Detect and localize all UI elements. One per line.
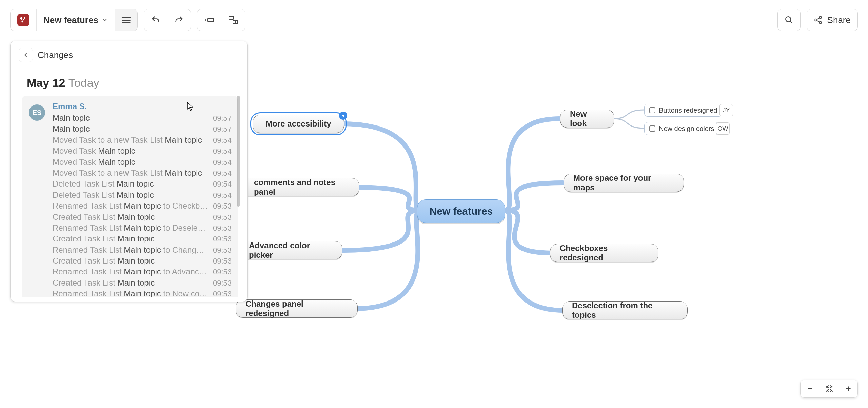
- change-time: 09:54: [213, 190, 232, 200]
- date-heading: May 12 Today: [27, 76, 241, 90]
- change-row[interactable]: Main topic09:57: [53, 113, 232, 123]
- change-text: Main topic: [53, 123, 90, 134]
- assignee-badge[interactable]: JY: [719, 104, 733, 116]
- assignee-badge[interactable]: OW: [716, 122, 730, 135]
- change-row[interactable]: Renamed Task List Main topic to New comm…: [53, 288, 232, 297]
- change-time: 09:53: [213, 212, 232, 222]
- node-label: comments and notes panel: [254, 178, 350, 197]
- back-button[interactable]: [19, 48, 33, 62]
- fit-view-button[interactable]: [820, 380, 839, 397]
- change-row[interactable]: Renamed Task List Main topic to Changes …: [53, 245, 232, 255]
- change-text: Main topic: [53, 113, 90, 123]
- search-group: [777, 9, 801, 31]
- change-row[interactable]: Renamed Task List Main topic to Deselect…: [53, 222, 232, 233]
- author-name: Emma S.: [53, 102, 232, 111]
- change-time: 09:54: [213, 146, 232, 156]
- change-time: 09:54: [213, 179, 232, 189]
- mindmap-node-deselection[interactable]: Deselection from the topics: [562, 301, 688, 319]
- mindmap-node-comments-notes[interactable]: comments and notes panel: [244, 178, 359, 196]
- svg-point-8: [815, 19, 817, 21]
- zoom-in-button[interactable]: [839, 380, 857, 397]
- change-row[interactable]: Moved Task to a new Task List Main topic…: [53, 135, 232, 145]
- change-time: 09:53: [213, 289, 232, 297]
- document-title: New features: [43, 15, 98, 25]
- panel-title: Changes: [38, 50, 73, 60]
- change-time: 09:53: [213, 234, 232, 244]
- change-time: 09:57: [213, 124, 232, 134]
- svg-rect-5: [229, 16, 234, 19]
- toolbar: New features: [0, 0, 868, 34]
- app-logo-button[interactable]: [11, 9, 36, 31]
- change-row[interactable]: Created Task List Main topic09:53: [53, 212, 232, 222]
- change-text: Renamed Task List Main topic to Changes …: [53, 245, 209, 255]
- subnode-label: New design colors: [659, 125, 714, 133]
- mindmap-node-checkboxes[interactable]: Checkboxes redesigned: [550, 244, 658, 262]
- change-row[interactable]: Created Task List Main topic09:53: [53, 255, 232, 266]
- history-controls: [144, 9, 191, 31]
- node-label: More accesibility: [265, 119, 331, 129]
- change-text: Moved Task Main topic: [53, 157, 135, 168]
- fit-icon: [825, 385, 833, 393]
- zoom-out-button[interactable]: [801, 380, 820, 397]
- menu-button[interactable]: [115, 9, 137, 31]
- mindmap-node-color-picker[interactable]: Advanced color picker: [239, 241, 342, 259]
- change-row[interactable]: Deleted Task List Main topic09:54: [53, 190, 232, 200]
- collapse-handle-icon[interactable]: ▾: [339, 112, 347, 120]
- change-text: Renamed Task List Main topic to Deselect…: [53, 222, 209, 233]
- undo-icon: [151, 15, 160, 25]
- change-row[interactable]: Moved Task Main topic09:54: [53, 145, 232, 156]
- mindmap-node-more-accessibility[interactable]: More accesibility ▾: [253, 115, 344, 133]
- change-row[interactable]: Main topic09:57: [53, 123, 232, 134]
- change-row[interactable]: Created Task List Main topic09:53: [53, 277, 232, 288]
- node-label: New features: [430, 206, 493, 217]
- subnode-label: Buttons redesigned: [659, 106, 717, 114]
- add-child-button[interactable]: [221, 9, 245, 31]
- mindmap-subnode-buttons[interactable]: Buttons redesigned: [644, 104, 722, 117]
- checkbox-icon[interactable]: [649, 107, 655, 113]
- share-button[interactable]: Share: [807, 9, 857, 31]
- changes-panel: Changes May 12 Today ES Emma S. Main top…: [10, 41, 248, 302]
- changes-scroll-area[interactable]: ES Emma S. Main topic09:57Main topic09:5…: [19, 96, 241, 297]
- change-row[interactable]: Renamed Task List Main topic to Checkbox…: [53, 200, 232, 211]
- add-child-icon: [228, 16, 238, 24]
- change-text: Created Task List Main topic: [53, 277, 155, 288]
- change-time: 09:53: [213, 278, 232, 288]
- mindmap-node-new-look[interactable]: New look: [560, 110, 614, 128]
- change-time: 09:57: [213, 113, 232, 123]
- document-title-dropdown[interactable]: New features: [36, 9, 115, 31]
- add-sibling-button[interactable]: [197, 9, 221, 31]
- change-text: Moved Task to a new Task List Main topic: [53, 135, 202, 145]
- change-text: Deleted Task List Main topic: [53, 190, 154, 200]
- panel-header: Changes: [19, 48, 241, 67]
- redo-button[interactable]: [167, 9, 191, 31]
- change-row[interactable]: Deleted Task List Main topic09:54: [53, 178, 232, 189]
- insert-controls: [197, 9, 245, 31]
- redo-icon: [174, 15, 184, 25]
- mindmap-node-changes-panel[interactable]: Changes panel redesigned: [236, 299, 358, 318]
- search-icon: [785, 16, 793, 24]
- node-label: New look: [570, 109, 605, 128]
- search-button[interactable]: [778, 9, 800, 31]
- doc-controls: New features: [10, 9, 138, 31]
- svg-point-3: [205, 19, 206, 21]
- mindmap-node-more-space[interactable]: More space for your maps: [564, 174, 684, 192]
- chevron-left-icon: [23, 52, 29, 58]
- change-row[interactable]: Created Task List Main topic09:53: [53, 233, 232, 244]
- hamburger-icon: [122, 17, 131, 18]
- checkbox-icon[interactable]: [649, 125, 655, 132]
- undo-button[interactable]: [144, 9, 167, 31]
- mindmap-root-node[interactable]: New features: [417, 199, 505, 223]
- change-text: Moved Task to a new Task List Main topic: [53, 168, 202, 178]
- node-label: Advanced color picker: [249, 241, 333, 260]
- change-row[interactable]: Moved Task to a new Task List Main topic…: [53, 168, 232, 178]
- change-text: Deleted Task List Main topic: [53, 178, 154, 189]
- change-row[interactable]: Moved Task Main topic09:54: [53, 157, 232, 168]
- change-row[interactable]: Renamed Task List Main topic to Advanced…: [53, 266, 232, 277]
- mindmap-subnode-colors[interactable]: New design colors: [644, 122, 719, 135]
- scrollbar-thumb[interactable]: [237, 96, 240, 207]
- change-time: 09:54: [213, 135, 232, 145]
- plus-icon: [845, 385, 852, 392]
- share-icon: [814, 16, 823, 24]
- app-logo-icon: [17, 14, 29, 26]
- change-entry[interactable]: ES Emma S. Main topic09:57Main topic09:5…: [22, 96, 238, 297]
